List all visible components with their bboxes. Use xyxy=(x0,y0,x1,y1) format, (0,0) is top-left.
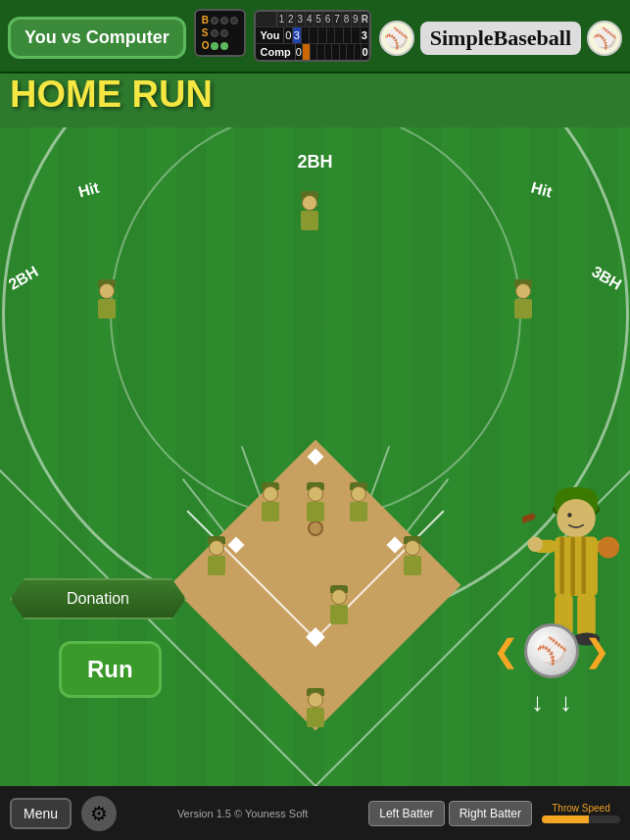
fielder-rf-head xyxy=(515,283,531,299)
left-batter-button[interactable]: Left Batter xyxy=(368,801,444,826)
you-label: You xyxy=(256,27,284,43)
menu-label: Menu xyxy=(24,806,58,821)
comp-i6 xyxy=(332,44,340,60)
svg-point-3 xyxy=(557,499,596,538)
fielder-1b-body xyxy=(404,556,421,575)
fielder-cf xyxy=(301,191,318,230)
left-arrow-btn[interactable]: ❮ xyxy=(493,632,519,669)
fielder-lf-body xyxy=(98,299,116,319)
you-i1: 0 xyxy=(284,27,293,43)
comp-i5 xyxy=(325,44,333,60)
s-dots xyxy=(211,27,238,38)
down-arrow-left[interactable]: ↓ xyxy=(531,687,544,717)
o-dot-2 xyxy=(220,42,228,50)
throw-speed-label: Throw Speed xyxy=(552,803,609,814)
throw-speed-fill xyxy=(542,815,589,823)
logo-text: SimpleBaseball xyxy=(420,22,581,55)
throw-speed-area: Throw Speed xyxy=(542,803,620,823)
you-i3 xyxy=(302,27,311,43)
bottom-bar: Menu ⚙ Version 1.5 © Youness Soft Left B… xyxy=(0,786,630,840)
field-visual: 2BH Hit Hit 2BH 3BH xyxy=(0,127,630,786)
inning-7: 7 xyxy=(333,12,342,26)
you-i9 xyxy=(352,27,361,43)
svg-rect-6 xyxy=(560,537,564,597)
inning-5: 5 xyxy=(315,12,323,26)
comp-i9 xyxy=(355,44,363,60)
o-dot-1 xyxy=(211,42,218,50)
s-dot-1 xyxy=(211,29,218,37)
inning-1: 1 xyxy=(277,12,286,26)
run-button-label: Run xyxy=(87,656,133,682)
game-title: You vs Computer xyxy=(24,27,170,47)
fielder-lf-head xyxy=(99,283,115,299)
right-batter-label: Right Batter xyxy=(460,807,521,820)
score-header: 1 2 3 4 5 6 7 8 9 R xyxy=(256,12,368,26)
svg-point-2 xyxy=(557,487,596,500)
you-i6 xyxy=(327,27,336,43)
fielder-3b xyxy=(208,536,225,575)
menu-button[interactable]: Menu xyxy=(10,798,72,829)
inning-9: 9 xyxy=(352,12,361,26)
throw-speed-bar[interactable] xyxy=(542,815,620,823)
fielder-c-head xyxy=(331,589,347,605)
comp-i8 xyxy=(347,44,355,60)
b-dot-3 xyxy=(230,17,238,25)
fielder-1b xyxy=(404,536,421,575)
fielder-ss-body xyxy=(262,502,279,521)
logo-ball-left: ⚾ xyxy=(379,21,414,56)
bso-box: B S O xyxy=(194,9,247,57)
run-button[interactable]: Run xyxy=(59,641,162,698)
fielder-cf-head xyxy=(302,195,317,211)
you-score-row: You 0 3 3 xyxy=(256,26,368,43)
pitcher-mound xyxy=(308,520,323,536)
svg-point-17 xyxy=(598,537,619,559)
svg-point-4 xyxy=(567,513,571,517)
svg-rect-7 xyxy=(571,537,575,597)
you-i8 xyxy=(344,27,353,43)
b-dots xyxy=(211,15,238,25)
fielder-cf-body xyxy=(301,211,318,230)
inning-r: R xyxy=(361,12,369,26)
gear-icon: ⚙ xyxy=(90,802,108,825)
controls-right: ❮ ⚾ ❯ ↓ ↓ xyxy=(493,623,610,717)
svg-point-12 xyxy=(528,537,543,552)
donation-label: Donation xyxy=(67,590,129,607)
fielder-2b-body xyxy=(350,502,367,521)
fielder-lf xyxy=(98,279,116,319)
right-batter-button[interactable]: Right Batter xyxy=(449,801,532,826)
left-batter-label: Left Batter xyxy=(379,807,433,820)
fielder-p xyxy=(307,482,324,521)
title-badge: You vs Computer xyxy=(8,17,186,59)
score-empty-col xyxy=(256,12,277,26)
gear-button[interactable]: ⚙ xyxy=(81,796,117,831)
svg-rect-8 xyxy=(582,537,586,597)
fielder-p-head xyxy=(308,486,323,502)
inning-8: 8 xyxy=(342,12,351,26)
s-dot-2 xyxy=(220,29,228,37)
catcher-bottom xyxy=(307,688,324,727)
inning-3: 3 xyxy=(296,12,305,26)
donation-banner[interactable]: Donation xyxy=(10,578,186,619)
comp-i7 xyxy=(340,44,348,60)
fielder-3b-body xyxy=(208,556,225,575)
down-arrow-row: ↓ ↓ xyxy=(531,687,572,717)
you-i4 xyxy=(310,27,318,43)
fielder-rf-body xyxy=(514,299,532,319)
comp-i4 xyxy=(317,44,325,60)
top-bar: You vs Computer B S O 1 2 3 4 5 6 7 xyxy=(0,0,630,74)
batter-character xyxy=(522,477,630,644)
b-dot-2 xyxy=(220,17,228,25)
you-i7 xyxy=(335,27,344,43)
b-dot-1 xyxy=(211,17,218,25)
batter-buttons: Left Batter Right Batter xyxy=(368,801,532,826)
down-arrow-right[interactable]: ↓ xyxy=(559,687,572,717)
home-run-text: HOME RUN xyxy=(10,74,213,116)
fielder-2b-head xyxy=(351,486,366,502)
you-r: 3 xyxy=(361,27,369,43)
right-arrow-btn[interactable]: ❯ xyxy=(584,632,610,669)
o-label: O xyxy=(202,40,210,51)
b-label: B xyxy=(202,15,210,25)
fielder-3b-head xyxy=(209,540,224,556)
fielder-ss xyxy=(262,482,279,521)
logo-area: ⚾ SimpleBaseball ⚾ xyxy=(379,21,622,56)
